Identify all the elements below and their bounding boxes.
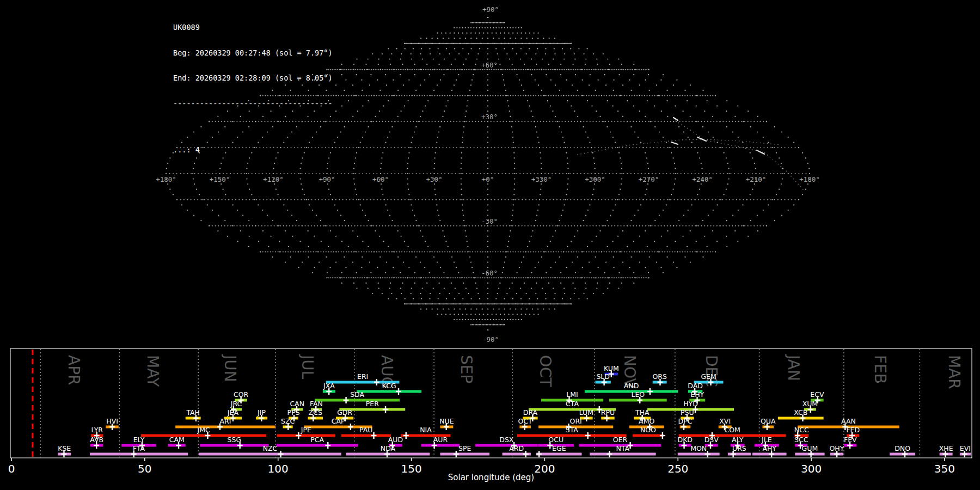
shower-code-label: TAH	[186, 408, 200, 416]
meteor-trail-paths	[577, 121, 804, 191]
shower-code-label: THA	[635, 408, 650, 416]
longitude-label: +210°	[746, 175, 767, 183]
shower-code-label: ARI	[220, 417, 231, 425]
shower-code-label: DNO	[895, 444, 910, 452]
shower-code-label: EGE	[552, 444, 566, 452]
shower-fev: FEV	[844, 436, 857, 449]
shower-code-label: EVI	[960, 444, 971, 452]
shower-code-label: JIP	[257, 408, 266, 416]
month-label: JUL	[298, 354, 316, 379]
shower-aur: AUR	[421, 436, 460, 449]
month-label: JUN	[221, 354, 239, 382]
shower-bar	[341, 434, 391, 437]
begin-time: Beg: 20260329 00:27:48 (sol = 7.97°)	[173, 49, 333, 58]
shower-kse: KSE	[58, 444, 71, 458]
shower-code-label: NDA	[381, 444, 396, 452]
shower-code-label: CAM	[169, 436, 185, 444]
shower-code-label: LMI	[566, 390, 578, 399]
trail	[764, 152, 804, 191]
meteor-count: ...: 4	[173, 146, 333, 155]
shower-code-label: AAN	[841, 417, 856, 425]
shower-code-label: DRA	[523, 408, 538, 416]
shower-code-label: OCU	[548, 436, 564, 444]
x-tick-label: 300	[801, 462, 822, 475]
shower-bar	[633, 434, 664, 437]
shower-bar	[315, 399, 400, 402]
shower-code-label: XHE	[939, 444, 953, 452]
x-tick-label: 100	[268, 462, 289, 475]
shower-bar	[200, 444, 268, 447]
longitude-label: +240°	[692, 175, 713, 183]
month-label: OCT	[536, 355, 554, 388]
shower-ssg: SSG	[200, 436, 268, 449]
shower-bar	[517, 434, 627, 437]
longitude-label: +120°	[263, 175, 284, 183]
shower-code-label: JLE	[761, 436, 772, 444]
shower-bar	[175, 426, 275, 428]
longitude-label: +270°	[639, 175, 659, 183]
shower-tah: TAH	[186, 408, 201, 422]
meteor-segment	[757, 150, 764, 154]
shower-code-label: ORI	[570, 417, 582, 425]
month-label: APR	[65, 355, 83, 385]
shower-code-label: NUE	[439, 417, 454, 425]
longitude-label: +300°	[585, 175, 605, 183]
shower-code-label: JPE	[301, 426, 311, 434]
shower-code-label: GUM	[802, 444, 818, 452]
shower-code-label: FEV	[844, 436, 857, 444]
shower-bar	[590, 453, 656, 456]
shower-jxa: JXA	[323, 382, 335, 395]
shower-bar	[678, 453, 720, 456]
shower-bar	[475, 444, 538, 447]
shower-nda: NDA	[346, 444, 430, 458]
shower-code-label: DPC	[678, 417, 693, 425]
latitude-label: +60°	[481, 61, 498, 69]
shower-code-label: RPU	[601, 408, 615, 416]
shower-code-label: CAP	[332, 417, 345, 425]
shower-bar	[199, 453, 341, 456]
shower-dsx: DSX	[475, 436, 538, 449]
shower-pca: PCA	[277, 436, 358, 449]
shower-code-label: SLD	[596, 372, 610, 381]
shower-code-label: AMO	[639, 417, 654, 425]
month-label: JAN	[785, 354, 803, 381]
shower-bar	[141, 434, 266, 437]
shower-code-label: SDA	[350, 390, 364, 399]
shower-code-label: SCC	[794, 436, 808, 444]
pole-bottom-label: -90°	[482, 335, 499, 344]
shower-code-label: NCC	[794, 426, 809, 434]
shower-evi: EVI	[960, 444, 971, 458]
station-id: UK0089	[173, 23, 333, 32]
longitude-label: +330°	[531, 175, 552, 183]
shower-code-label: XUM	[803, 400, 818, 408]
shower-bar	[357, 390, 421, 393]
shower-sld: SLD	[595, 372, 610, 386]
shower-code-label: OCT	[518, 417, 533, 425]
shower-code-label: ECV	[810, 390, 824, 399]
shower-code-label: GEM	[701, 372, 716, 381]
shower-bar	[536, 453, 581, 456]
shower-code-label: HYD	[683, 400, 698, 408]
shower-code-label: FED	[846, 426, 860, 434]
shower-code-label: SSG	[228, 436, 242, 444]
trail	[703, 139, 781, 145]
shower-code-label: GDR	[337, 408, 352, 416]
shower-code-label: QUA	[761, 417, 776, 425]
longitude-label: +60°	[372, 175, 389, 183]
shower-ohy: OHY	[829, 444, 844, 458]
shower-code-label: AUD	[388, 436, 403, 444]
month-label: MAR	[945, 355, 963, 389]
shower-code-label: OER	[613, 436, 628, 444]
shower-code-label: FTA	[133, 444, 145, 452]
longitude-label: +90°	[318, 175, 335, 183]
meteor-segments	[671, 118, 764, 154]
shower-nue: NUE	[439, 417, 454, 431]
month-label: FEB	[871, 355, 889, 384]
shower-code-label: AHY	[762, 444, 776, 452]
shower-code-label: HVI	[106, 417, 118, 425]
meteor-segment	[673, 118, 678, 120]
x-tick-label: 350	[934, 462, 955, 475]
latitude-label: -60°	[481, 269, 498, 277]
x-tick-label: 250	[667, 462, 688, 475]
shower-code-label: JMC	[197, 426, 210, 434]
